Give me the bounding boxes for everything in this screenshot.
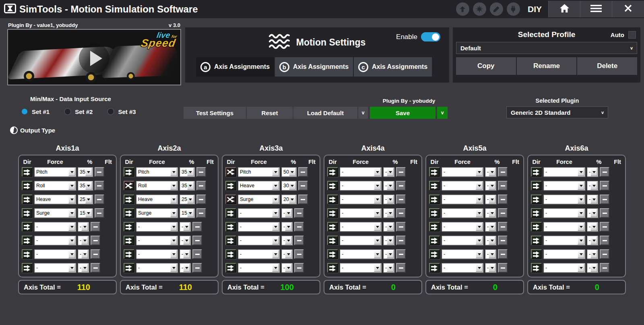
filter-button[interactable] [396,263,406,273]
percent-dropdown[interactable]: - [587,263,598,273]
percent-dropdown[interactable]: 35 [78,181,93,190]
dropdown-arrow-button[interactable] [590,195,597,203]
dropdown-arrow-button[interactable] [285,250,292,258]
menu-button[interactable] [580,1,612,17]
percent-dropdown[interactable]: - [180,249,191,259]
direction-toggle-button[interactable] [124,263,134,273]
radio-set-2[interactable]: Set #2 [64,108,93,115]
dropdown-arrow-button[interactable] [578,236,584,244]
percent-dropdown[interactable]: 30 [281,181,297,190]
percent-dropdown[interactable]: 20 [281,195,297,204]
filter-button[interactable] [600,167,609,177]
force-dropdown[interactable]: Surge [238,195,280,204]
force-dropdown[interactable]: - [340,195,382,204]
dropdown-arrow-button[interactable] [285,264,292,272]
filter-button[interactable] [600,195,609,204]
dropdown-arrow-button[interactable] [170,236,177,244]
dropdown-arrow-button[interactable] [170,168,177,176]
dropdown-arrow-button[interactable] [476,236,483,244]
dropdown-arrow-button[interactable] [170,264,177,272]
direction-toggle-button[interactable] [429,249,440,259]
dropdown-arrow-button[interactable] [489,195,495,203]
dropdown-arrow-button[interactable] [374,182,381,190]
filter-button[interactable] [498,222,508,232]
dropdown-arrow-button[interactable] [272,264,279,272]
force-dropdown[interactable]: - [442,195,483,204]
dropdown-arrow-button[interactable] [183,236,190,244]
force-dropdown[interactable]: - [34,263,76,273]
dropdown-arrow-button[interactable] [374,195,381,203]
force-dropdown[interactable]: - [340,167,382,177]
filter-button[interactable] [294,236,304,245]
force-dropdown[interactable]: - [34,222,76,232]
direction-toggle-button[interactable] [225,181,236,190]
filter-button[interactable] [95,208,104,218]
filter-button[interactable] [91,222,100,232]
dropdown-arrow-button[interactable] [285,209,292,217]
dropdown-arrow-button[interactable] [285,223,292,231]
filter-button[interactable] [298,195,308,204]
direction-toggle-button[interactable] [124,167,134,177]
percent-dropdown[interactable]: 25 [180,195,195,204]
dropdown-arrow-button[interactable] [489,223,495,231]
percent-dropdown[interactable]: - [281,222,293,232]
percent-dropdown[interactable]: 35 [180,167,195,177]
rename-button[interactable]: Rename [517,57,577,75]
direction-toggle-button[interactable] [225,167,236,177]
direction-toggle-button[interactable] [327,249,338,259]
dropdown-arrow-button[interactable] [68,264,75,272]
dropdown-arrow-button[interactable] [187,182,194,190]
dropdown-arrow-button[interactable] [68,209,75,217]
dropdown-arrow-button[interactable] [68,182,75,190]
dropdown-arrow-button[interactable] [590,236,597,244]
profile-dropdown[interactable]: Default v [456,42,637,54]
direction-toggle-button[interactable] [531,208,542,218]
dropdown-arrow-button[interactable] [374,168,381,176]
dropdown-arrow-button[interactable] [387,168,394,176]
force-dropdown[interactable]: - [442,236,483,245]
percent-dropdown[interactable]: - [485,208,496,218]
dropdown-arrow-button[interactable] [68,168,75,176]
percent-dropdown[interactable]: 15 [180,208,195,218]
percent-dropdown[interactable]: - [485,249,496,259]
filter-button[interactable] [396,195,406,204]
filter-button[interactable] [498,249,508,259]
direction-toggle-button[interactable] [429,195,440,204]
dropdown-arrow-button[interactable] [590,264,597,272]
direction-toggle-button[interactable] [124,181,134,190]
direction-toggle-button[interactable] [327,167,338,177]
dropdown-arrow-button[interactable] [387,264,394,272]
filter-button[interactable] [600,236,609,245]
plug-icon[interactable] [507,2,520,16]
dropdown-arrow-button[interactable] [374,250,381,258]
dropdown-arrow-button[interactable] [183,264,190,272]
percent-dropdown[interactable]: - [485,195,496,204]
direction-toggle-button[interactable] [225,236,236,245]
filter-button[interactable] [91,263,100,273]
force-dropdown[interactable]: - [543,263,585,273]
direction-toggle-button[interactable] [22,181,33,190]
direction-toggle-button[interactable] [429,263,440,273]
percent-dropdown[interactable]: - [587,195,598,204]
dropdown-arrow-button[interactable] [374,236,381,244]
percent-dropdown[interactable]: - [180,222,191,232]
dropdown-arrow-button[interactable] [81,264,88,272]
percent-dropdown[interactable]: - [485,263,496,273]
dropdown-arrow-button[interactable] [489,264,495,272]
enable-toggle[interactable] [421,32,440,41]
force-dropdown[interactable]: - [340,249,382,259]
force-dropdown[interactable]: - [136,236,178,245]
percent-dropdown[interactable]: - [383,181,394,190]
percent-dropdown[interactable]: - [485,236,496,245]
dropdown-arrow-button[interactable] [170,209,177,217]
dropdown-arrow-button[interactable] [187,195,194,203]
tab-axis-assignments-a[interactable]: a Axis Assignments [196,57,274,77]
filter-button[interactable] [396,167,406,177]
filter-button[interactable] [294,249,304,259]
filter-button[interactable] [498,263,508,273]
direction-toggle-button[interactable] [531,181,542,190]
filter-button[interactable] [91,249,100,259]
direction-toggle-button[interactable] [124,236,134,245]
dropdown-arrow-button[interactable] [578,182,584,190]
direction-toggle-button[interactable] [531,249,542,259]
